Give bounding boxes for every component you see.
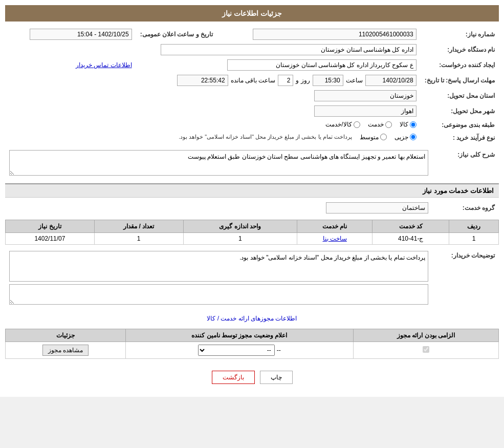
licenses-section-link[interactable]: اطلاعات مجوزهای ارائه خدمت / کالا [5,312,499,325]
col-details: جزئیات [6,329,126,342]
table-row: 1 ج-41-410 ساخت بنا 1 1 1402/11/07 [6,233,499,245]
info-table: شماره نیاز: تاریخ و ساعت اعلان عمومی: نا… [5,27,499,144]
deadline-time-label: ساعت [346,77,363,84]
row-number: 1 [449,233,499,245]
deadline-date-input [365,75,417,86]
province-label: استان محل تحویل: [421,88,499,103]
category-kala-khedmat[interactable]: کالا/خدمت [325,121,360,128]
license-status-select[interactable]: -- [198,345,275,356]
page-title: جزئیات اطلاعات نیاز [5,5,499,22]
remaining-time-input [177,75,228,86]
requester-label: ایجاد کننده درخواست: [421,57,499,73]
service-group-label: گروه خدمت: [432,200,499,216]
buyer-org-input [161,44,417,55]
services-table: ردیف کد خدمت نام خدمت واحد اندازه گیری ت… [5,220,499,245]
description-table: شرح کلی نیاز: [5,148,499,179]
table-row: -- -- مشاهده مجوز [6,342,499,359]
row-unit: 1 [183,233,297,245]
page-wrapper: جزئیات اطلاعات نیاز شماره نیاز: تاریخ و … [0,0,504,397]
need-number-value [217,27,421,42]
col-row: ردیف [449,220,499,233]
need-number-input [253,29,417,40]
print-button[interactable]: چاپ [260,371,293,384]
col-date: تاریخ نیاز [6,220,95,233]
category-radio-khedmat[interactable] [385,121,392,128]
category-radio-kala-khedmat[interactable] [354,121,360,128]
buyer-notes-table: توضیحات خریدار: پرداخت تمام یا بخشی از م… [5,249,499,308]
category-kala[interactable]: کالا [400,121,417,128]
process-radio-jozi[interactable] [410,134,417,140]
process-radio-group: جزیی متوسط پرداخت تمام یا بخشی از مبلغ خ… [179,134,417,141]
city-label: شهر محل تحویل: [421,103,499,119]
announce-date-value [5,27,136,42]
process-mottavaset[interactable]: متوسط [360,134,387,141]
remaining-days-label: روز و [296,77,310,84]
licenses-table: الزامی بودن ارائه مجوز اعلام وضعیت مجوز … [5,329,499,359]
row-service-name[interactable]: ساخت بنا [297,233,372,245]
deadline-time-input [313,75,343,86]
announce-date-label: تاریخ و ساعت اعلان عمومی: [136,27,217,42]
col-code: کد خدمت [372,220,449,233]
col-unit: واحد اندازه گیری [183,220,297,233]
category-khedmat[interactable]: خدمت [368,121,392,128]
buyer-notes-content: پرداخت تمام یا بخشی از مبلغ خریداز محل "… [9,251,428,282]
process-radio-mottavaset[interactable] [380,134,387,140]
services-section-header: اطلاعات خدمات مورد نیاز [5,183,499,198]
row-date: 1402/11/07 [6,233,95,245]
category-radio-kala[interactable] [410,121,417,128]
license-required-cell [353,342,498,359]
row-code: ج-41-410 [372,233,449,245]
deadline-label: مهلت ارسال پاسخ: تا تاریخ: [421,73,499,88]
buyer-notes-textarea[interactable] [9,284,428,305]
contact-link[interactable]: اطلاعات تماس خریدار [76,61,132,69]
row-quantity: 1 [94,233,183,245]
col-required: الزامی بودن ارائه مجوز [353,329,498,342]
description-textarea[interactable] [9,150,428,176]
requester-input [227,59,417,71]
deadline-row: ساعت روز و ساعت باقی مانده [5,73,421,88]
col-name: نام خدمت [297,220,372,233]
category-label: طبقه بندی موضوعی: [421,119,499,132]
action-buttons: چاپ بازگشت [5,363,499,392]
buyer-org-value [5,42,421,57]
process-note: پرداخت تمام یا بخشی از مبلغ خریداز محل "… [179,134,352,140]
service-group-input [326,202,428,214]
requester-value [136,57,421,73]
view-license-button[interactable]: مشاهده مجوز [42,345,89,356]
process-jozi[interactable]: جزیی [395,134,417,141]
back-button[interactable]: بازگشت [212,371,255,384]
license-status-text: -- [277,347,281,354]
license-details-cell: مشاهده مجوز [6,342,126,359]
category-radio-group: کالا خدمت کالا/خدمت [325,121,416,128]
announce-date-input [30,29,132,40]
need-number-label: شماره نیاز: [421,27,499,42]
col-status: اعلام وضعیت مجوز توسط نامین کننده [125,329,353,342]
buyer-org-label: نام دستگاه خریدار: [421,42,499,57]
license-required-checkbox[interactable] [423,346,429,353]
license-status-cell: -- -- [125,342,353,359]
col-qty: تعداد / مقدار [94,220,183,233]
remaining-time-label: ساعت باقی مانده [231,77,276,84]
city-input [314,105,417,117]
province-input [314,90,417,101]
buyer-notes-label: توضیحات خریدار: [432,249,499,308]
service-group-table: گروه خدمت: [5,200,499,216]
process-label: نوع فرآیند خرید : [421,132,499,144]
remaining-days-input [278,75,293,86]
description-label: شرح کلی نیاز: [432,148,499,179]
